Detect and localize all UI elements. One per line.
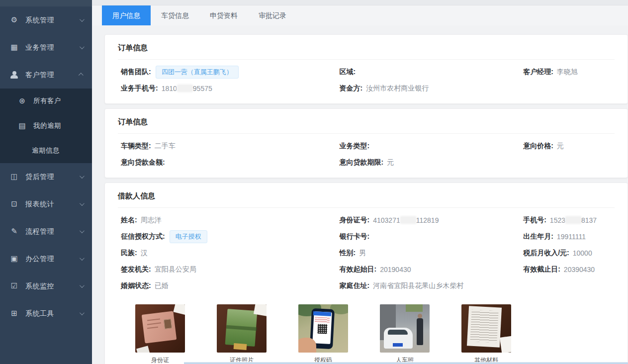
field-label: 有效截止日:	[523, 265, 560, 274]
chevron-down-icon	[80, 256, 85, 261]
sidebar-item-business-mgmt[interactable]: 业务管理	[0, 34, 92, 61]
field-value: 李晓旭	[557, 68, 578, 77]
field-label: 婚姻状态:	[121, 281, 151, 290]
photo-item: 身份证	[135, 304, 185, 364]
field-value: 112819	[416, 216, 439, 224]
sidebar-item-label: 办公管理	[25, 255, 80, 264]
field-name: 姓名: 周志洋	[118, 212, 337, 228]
photo-item: 授权码	[298, 304, 348, 364]
sidebar-item-my-overdue[interactable]: 我的逾期	[0, 113, 92, 138]
field-funding-party: 资金方: 汝州市农村商业银行	[337, 80, 521, 96]
tab-approval-records[interactable]: 审批记录	[248, 5, 297, 25]
field-value: 河南省宜阳县花果山乡木柴村	[373, 281, 463, 290]
sidebar-item-system-tools[interactable]: 系统工具	[0, 300, 92, 327]
field-monthly-income: 税后月收入/元: 10000	[520, 245, 615, 261]
field-label: 意向贷款期限:	[340, 158, 384, 167]
monitor-check-icon	[10, 282, 18, 290]
sidebar-item-all-customers[interactable]: 所有客户	[0, 89, 92, 113]
sidebar-item-label: 报表统计	[25, 200, 80, 209]
empty-cell	[520, 277, 615, 294]
tab-user-info[interactable]: 用户信息	[102, 5, 151, 25]
tab-loan-application-docs[interactable]: 申贷资料	[199, 5, 248, 25]
section-title: 订单信息	[118, 35, 615, 60]
field-label: 区域:	[340, 68, 356, 77]
tab-car-loan-info[interactable]: 车贷信息	[151, 5, 199, 25]
sidebar: 系统管理 业务管理 客户管理 所有客户 我的逾期 逾期信息 贷后管理 报表统计	[0, 0, 92, 364]
field-value: 19911111	[557, 233, 586, 241]
field-value: 元	[387, 158, 394, 167]
field-label: 身份证号:	[340, 216, 370, 225]
field-label: 银行卡号:	[340, 232, 370, 241]
field-marital-status: 婚姻状态: 已婚	[118, 277, 337, 294]
top-strip	[92, 0, 628, 5]
sidebar-item-label: 逾期信息	[32, 146, 83, 155]
field-label: 手机号:	[523, 216, 546, 225]
sidebar-item-label: 所有客户	[33, 96, 83, 105]
field-ethnicity: 民族: 汉	[118, 245, 337, 261]
field-value: 20190430	[380, 266, 411, 273]
photo-caption: 身份证	[135, 356, 185, 364]
sidebar-item-customer-mgmt[interactable]: 客户管理	[0, 61, 92, 89]
workflow-icon	[10, 227, 18, 236]
field-label: 销售团队:	[121, 68, 151, 77]
order-intent-card: 订单信息 车辆类型: 二手车 业务类型: 意向价格: 元 意向贷款金额:	[104, 108, 628, 178]
customers-icon	[18, 97, 26, 105]
phone-qr-code-photo-thumbnail[interactable]	[298, 304, 348, 353]
field-mobile-phone: 手机号: 15238137	[520, 212, 615, 228]
field-value: 男	[359, 249, 366, 258]
chevron-down-icon	[80, 310, 85, 315]
grid-icon	[10, 43, 18, 52]
field-label: 民族:	[121, 249, 137, 258]
sidebar-item-overdue-info[interactable]: 逾期信息	[0, 138, 92, 163]
field-label: 车辆类型:	[121, 142, 151, 151]
field-value: 元	[557, 142, 564, 151]
field-value: 1523	[550, 216, 565, 224]
photo-item: 证件照片	[217, 304, 267, 364]
field-value: 20390430	[564, 266, 595, 273]
field-bank-card-number: 银行卡号:	[337, 228, 521, 245]
redaction-box	[566, 217, 581, 223]
sidebar-item-report-stats[interactable]: 报表统计	[0, 190, 92, 218]
office-icon	[10, 255, 18, 263]
field-region: 区域:	[337, 64, 521, 80]
sidebar-item-system-mgmt[interactable]: 系统管理	[0, 6, 92, 34]
sidebar-item-label: 系统管理	[25, 16, 80, 25]
toolbox-icon	[10, 309, 18, 318]
field-label: 出生年月:	[523, 232, 553, 241]
chevron-down-icon	[80, 228, 85, 233]
borrower-info-card: 借款人信息 姓名: 周志洋 身份证号: 4103271112819 手机号: 1…	[104, 182, 628, 364]
id-card-photo-thumbnail[interactable]	[135, 304, 185, 353]
person-with-car-photo-thumbnail[interactable]	[380, 304, 430, 353]
field-valid-from: 有效起始日: 20190430	[337, 261, 521, 277]
empty-cell	[520, 154, 615, 171]
bottom-scrollbar[interactable]	[184, 362, 628, 364]
order-info-card: 订单信息 销售团队: 四团一营（直属王鹏飞） 区域: 客户经理: 李晓旭 业务手…	[104, 34, 628, 104]
section-title: 借款人信息	[118, 183, 615, 208]
chevron-down-icon	[80, 283, 85, 288]
field-home-address: 家庭住址: 河南省宜阳县花果山乡木柴村	[337, 277, 521, 294]
sidebar-item-label: 业务管理	[25, 43, 80, 52]
sidebar-item-workflow-mgmt[interactable]: 流程管理	[0, 218, 92, 245]
electronic-auth-tag: 电子授权	[170, 230, 207, 243]
field-intended-price: 意向价格: 元	[520, 138, 615, 154]
field-credit-auth-method: 征信授权方式: 电子授权	[118, 228, 337, 245]
field-value: 8137	[581, 216, 597, 224]
field-label: 业务类型:	[340, 142, 370, 151]
sidebar-item-label: 贷后管理	[25, 173, 80, 182]
content-area: 订单信息 销售团队: 四团一营（直属王鹏飞） 区域: 客户经理: 李晓旭 业务手…	[92, 25, 628, 364]
field-label: 资金方:	[340, 84, 363, 93]
sidebar-item-system-monitor[interactable]: 系统监控	[0, 273, 92, 300]
main-content: 用户信息 车贷信息 申贷资料 审批记录 订单信息 销售团队: 四团一营（直属王鹏…	[92, 0, 628, 364]
paper-document-photo-thumbnail[interactable]	[461, 304, 511, 353]
sidebar-item-postloan-mgmt[interactable]: 贷后管理	[0, 163, 92, 190]
sidebar-item-label: 系统监控	[25, 282, 80, 291]
field-vehicle-type: 车辆类型: 二手车	[118, 138, 337, 154]
field-business-phone: 业务手机号: 181095575	[118, 80, 337, 96]
field-value: 95575	[193, 85, 212, 92]
field-label: 意向价格:	[523, 142, 553, 151]
sidebar-item-office-mgmt[interactable]: 办公管理	[0, 245, 92, 273]
book-icon	[10, 173, 18, 181]
field-value: 周志洋	[141, 216, 162, 225]
photo-item: 人车照	[380, 304, 430, 364]
green-booklet-photo-thumbnail[interactable]	[217, 304, 267, 353]
